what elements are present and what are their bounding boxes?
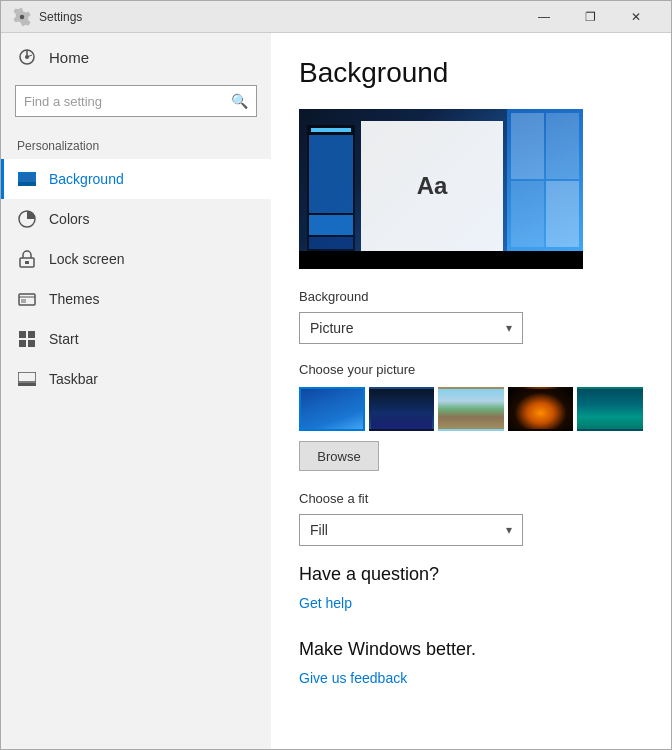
colors-icon bbox=[17, 209, 37, 229]
give-feedback-link[interactable]: Give us feedback bbox=[299, 670, 407, 686]
background-preview: Aa bbox=[299, 109, 583, 269]
sidebar-background-label: Background bbox=[49, 171, 124, 187]
window-title: Settings bbox=[39, 10, 82, 24]
title-bar-controls: — ❐ ✕ bbox=[521, 1, 659, 33]
picture-thumb-2[interactable] bbox=[369, 387, 435, 431]
sidebar-item-background[interactable]: Background bbox=[1, 159, 271, 199]
picture-row bbox=[299, 387, 643, 431]
svg-rect-12 bbox=[19, 331, 26, 338]
fit-dropdown[interactable]: Fill ▾ bbox=[299, 514, 523, 546]
background-field-label: Background bbox=[299, 289, 643, 304]
home-label: Home bbox=[49, 49, 89, 66]
page-title: Background bbox=[299, 57, 643, 89]
content-area: Home 🔍 Personalization Background bbox=[1, 33, 671, 749]
main-panel: Background Aa bbox=[271, 33, 671, 749]
svg-rect-8 bbox=[25, 261, 29, 264]
sidebar-start-label: Start bbox=[49, 331, 79, 347]
preview-desktop: Aa bbox=[299, 109, 583, 269]
sidebar-item-taskbar[interactable]: Taskbar bbox=[1, 359, 271, 399]
preview-center-window: Aa bbox=[361, 121, 503, 251]
start-icon bbox=[17, 329, 37, 349]
sidebar: Home 🔍 Personalization Background bbox=[1, 33, 271, 749]
picture-thumb-5[interactable] bbox=[577, 387, 643, 431]
sidebar-colors-label: Colors bbox=[49, 211, 89, 227]
background-icon bbox=[17, 169, 37, 189]
settings-app-icon bbox=[13, 8, 31, 26]
choose-picture-label: Choose your picture bbox=[299, 362, 643, 377]
browse-button[interactable]: Browse bbox=[299, 441, 379, 471]
picture-thumb-1[interactable] bbox=[299, 387, 365, 431]
close-button[interactable]: ✕ bbox=[613, 1, 659, 33]
home-icon bbox=[17, 47, 37, 67]
get-help-link[interactable]: Get help bbox=[299, 595, 352, 611]
themes-icon bbox=[17, 289, 37, 309]
preview-tiles-panel bbox=[307, 125, 355, 251]
preview-aa-text: Aa bbox=[417, 172, 448, 200]
have-question-section: Have a question? Get help bbox=[299, 564, 643, 631]
title-bar: Settings — ❐ ✕ bbox=[1, 1, 671, 33]
taskbar-icon bbox=[17, 369, 37, 389]
minimize-button[interactable]: — bbox=[521, 1, 567, 33]
svg-rect-14 bbox=[19, 340, 26, 347]
search-box[interactable]: 🔍 bbox=[15, 85, 257, 117]
picture-thumb-4[interactable] bbox=[508, 387, 574, 431]
svg-rect-5 bbox=[18, 182, 36, 186]
make-better-header: Make Windows better. bbox=[299, 639, 643, 660]
sidebar-item-colors[interactable]: Colors bbox=[1, 199, 271, 239]
svg-rect-17 bbox=[18, 383, 36, 386]
preview-win-tiles bbox=[507, 109, 583, 251]
fit-dropdown-value: Fill bbox=[310, 522, 328, 538]
svg-rect-15 bbox=[28, 340, 35, 347]
svg-rect-16 bbox=[18, 372, 36, 382]
lock-screen-icon bbox=[17, 249, 37, 269]
sidebar-home-button[interactable]: Home bbox=[1, 33, 271, 81]
sidebar-lock-screen-label: Lock screen bbox=[49, 251, 124, 267]
title-bar-left: Settings bbox=[13, 8, 82, 26]
maximize-button[interactable]: ❐ bbox=[567, 1, 613, 33]
search-icon: 🔍 bbox=[231, 93, 248, 109]
sidebar-item-lock-screen[interactable]: Lock screen bbox=[1, 239, 271, 279]
search-input[interactable] bbox=[24, 94, 231, 109]
svg-rect-13 bbox=[28, 331, 35, 338]
fit-dropdown-arrow: ▾ bbox=[506, 523, 512, 537]
svg-rect-11 bbox=[21, 299, 26, 303]
make-better-section: Make Windows better. Give us feedback bbox=[299, 639, 643, 706]
background-dropdown[interactable]: Picture ▾ bbox=[299, 312, 523, 344]
sidebar-item-start[interactable]: Start bbox=[1, 319, 271, 359]
choose-fit-label: Choose a fit bbox=[299, 491, 643, 506]
personalization-section-label: Personalization bbox=[1, 133, 271, 159]
picture-thumb-3[interactable] bbox=[438, 387, 504, 431]
background-dropdown-value: Picture bbox=[310, 320, 354, 336]
sidebar-taskbar-label: Taskbar bbox=[49, 371, 98, 387]
have-question-header: Have a question? bbox=[299, 564, 643, 585]
background-dropdown-arrow: ▾ bbox=[506, 321, 512, 335]
preview-taskbar bbox=[299, 251, 583, 269]
sidebar-item-themes[interactable]: Themes bbox=[1, 279, 271, 319]
sidebar-themes-label: Themes bbox=[49, 291, 100, 307]
settings-window: Settings — ❐ ✕ Home bbox=[0, 0, 672, 750]
